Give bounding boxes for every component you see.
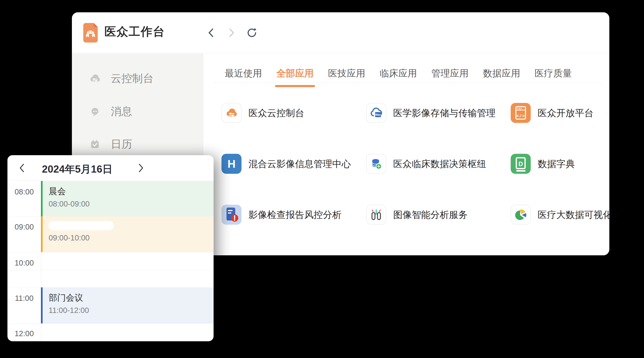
hour-line — [8, 252, 214, 252]
cloud-storage-icon: Mas — [370, 106, 383, 120]
tab-recent[interactable]: 最近使用 — [225, 67, 262, 87]
sidebar-item-messages[interactable]: 消息 — [89, 105, 132, 118]
app-clinical-data-hub[interactable]: 医众临床数据决策枢纽 — [366, 154, 486, 174]
database-plus-icon — [370, 157, 383, 171]
half-hour-line — [8, 270, 214, 270]
calendar-event-redacted[interactable]: 09:00-10:00 — [41, 216, 214, 252]
message-icon — [89, 105, 101, 118]
forward-icon — [226, 27, 236, 38]
back-icon — [206, 27, 216, 38]
content-area: 最近使用 全部应用 医技应用 临床应用 管理应用 数据应用 医疗质量 医众云控制… — [203, 53, 609, 255]
hybrid-cloud-icon: H — [222, 154, 242, 174]
tabs-divider — [214, 83, 603, 83]
app-label: 数据字典 — [538, 158, 575, 170]
tab-clinical[interactable]: 临床应用 — [380, 67, 417, 87]
cloud-settings-icon — [89, 72, 101, 85]
time-label: 08:00 — [8, 187, 41, 196]
sidebar-item-label: 消息 — [111, 104, 132, 119]
calendar-next-button[interactable] — [136, 163, 146, 173]
event-title-placeholder — [49, 221, 114, 230]
app-big-data-visualization[interactable]: 医疗大数据可视化 — [511, 205, 609, 225]
tab-management[interactable]: 管理应用 — [431, 67, 468, 87]
lungs-icon — [370, 208, 383, 221]
nav-buttons — [206, 12, 257, 53]
time-label: 11:00 — [8, 294, 41, 303]
tab-bar: 最近使用 全部应用 医技应用 临床应用 管理应用 数据应用 医疗质量 — [225, 67, 572, 87]
app-cloud-console[interactable]: 医众云控制台 — [222, 103, 304, 123]
app-label: 影像检查报告风控分析 — [248, 208, 342, 221]
open-platform-icon: </> — [511, 103, 531, 123]
cloud-settings-icon — [225, 106, 238, 119]
app-data-dictionary[interactable]: D 数据字典 — [511, 154, 575, 174]
app-label: 医众临床数据决策枢纽 — [393, 158, 486, 170]
event-title: 晨会 — [49, 186, 214, 197]
chevron-right-icon — [138, 163, 144, 173]
app-image-storage[interactable]: Mas 医学影像存储与传输管理 — [366, 103, 496, 123]
chevron-left-icon — [19, 163, 25, 173]
app-label: 医疗大数据可视化 — [538, 208, 609, 221]
app-open-platform[interactable]: </> 医众开放平台 — [511, 103, 594, 123]
event-time: 11:00-12:00 — [49, 306, 214, 315]
tab-all-apps[interactable]: 全部应用 — [276, 67, 314, 87]
sidebar-item-calendar[interactable]: 日历 — [89, 138, 132, 151]
app-image-ai-analysis[interactable]: 图像智能分析服务 — [366, 205, 468, 225]
app-label: 医学影像存储与传输管理 — [393, 107, 496, 119]
refresh-button[interactable] — [246, 27, 257, 38]
back-button[interactable] — [206, 27, 217, 38]
sidebar-item-label: 云控制台 — [111, 71, 154, 86]
pie-chart-icon — [514, 208, 528, 221]
calendar-date: 2024年5月16日 — [35, 162, 119, 176]
event-title: 部门会议 — [49, 292, 214, 304]
refresh-icon — [246, 27, 257, 38]
app-label: 医众开放平台 — [538, 107, 594, 119]
time-label: 12:00 — [8, 329, 41, 338]
calendar-body: 08:00 09:00 10:00 11:00 12:00 晨会 08:00-0… — [8, 181, 214, 341]
calendar-prev-button[interactable] — [17, 163, 27, 173]
sidebar-item-label: 日历 — [111, 137, 132, 152]
event-time: 08:00-09:00 — [49, 199, 214, 208]
calendar-event-department-meeting[interactable]: 部门会议 11:00-12:00 — [41, 287, 214, 323]
hour-line — [8, 323, 214, 324]
window-title: 医众工作台 — [104, 24, 165, 39]
calendar-panel: 2024年5月16日 08:00 09:00 10:00 11:00 12:00… — [8, 155, 214, 341]
sidebar-item-cloud-console[interactable]: 云控制台 — [89, 72, 154, 85]
window-header: 医众工作台 — [72, 12, 609, 53]
time-label: 10:00 — [8, 259, 41, 267]
calendar-event-morning-meeting[interactable]: 晨会 08:00-09:00 — [41, 181, 214, 216]
app-logo-icon — [83, 23, 98, 42]
svg-text:Mas: Mas — [375, 113, 381, 116]
app-hybrid-cloud-center[interactable]: H 混合云影像信息管理中心 — [222, 154, 351, 174]
tab-quality[interactable]: 医疗质量 — [535, 67, 572, 87]
forward-button[interactable] — [226, 27, 237, 38]
calendar-icon — [89, 138, 101, 150]
tab-medtech[interactable]: 医技应用 — [328, 67, 365, 87]
app-label: 图像智能分析服务 — [393, 208, 468, 221]
tab-data[interactable]: 数据应用 — [483, 67, 520, 87]
app-report-risk-analysis[interactable]: 影像检查报告风控分析 — [222, 205, 342, 225]
report-risk-icon — [222, 205, 242, 225]
dictionary-icon: D — [511, 154, 531, 174]
event-time: 09:00-10:00 — [49, 233, 214, 242]
calendar-header: 2024年5月16日 — [8, 155, 214, 180]
svg-text:D: D — [518, 161, 523, 168]
time-label: 09:00 — [8, 222, 41, 231]
app-label: 医众云控制台 — [248, 107, 304, 119]
app-label: 混合云影像信息管理中心 — [248, 158, 351, 170]
